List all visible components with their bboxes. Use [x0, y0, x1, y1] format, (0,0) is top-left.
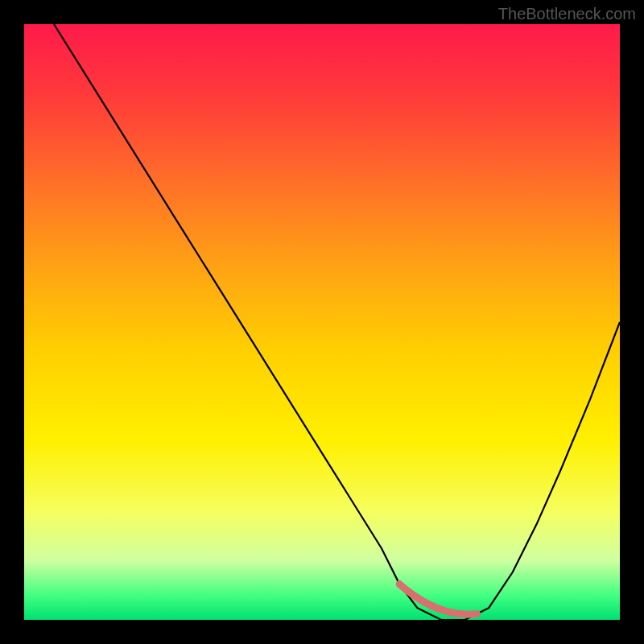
chart-plot-area: [24, 24, 620, 620]
bottleneck-curve: [54, 24, 620, 620]
watermark-text: TheBottleneck.com: [498, 5, 636, 23]
chart-svg: [24, 24, 620, 620]
